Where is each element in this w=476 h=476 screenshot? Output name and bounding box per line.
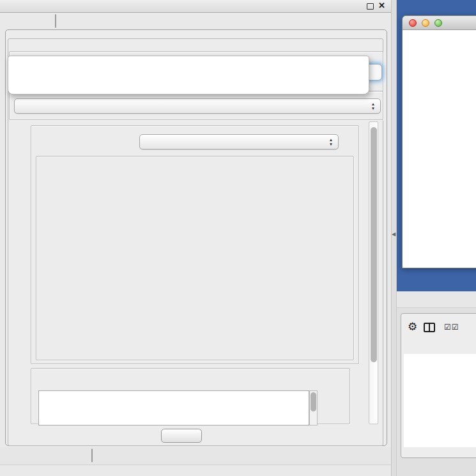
apply-button[interactable] — [161, 429, 202, 443]
algorithm-dropdown-popup — [8, 56, 369, 95]
table-data-combobox[interactable]: ▲▼ — [14, 98, 381, 114]
thresholds-groupbox — [36, 156, 354, 360]
num-intervals-combobox[interactable]: ▲▼ — [139, 134, 339, 150]
float-window-icon[interactable] — [367, 3, 374, 10]
control-panel: ✕ ▲▼ ▲▼ — [0, 0, 391, 476]
vertical-scrollbar[interactable] — [369, 121, 378, 424]
table-panel: ⚙ ☑☑ — [397, 308, 476, 476]
control-panel-titlebar: ✕ — [0, 0, 391, 13]
bottom-tab-bar — [91, 449, 93, 463]
close-traffic-light[interactable] — [409, 19, 417, 27]
combo-stepper-icon: ▲▼ — [326, 137, 338, 146]
network-window — [402, 15, 476, 268]
close-icon[interactable]: ✕ — [378, 1, 385, 10]
select-columns-icon[interactable]: ☑☑ — [444, 323, 459, 332]
divider-collapse-icon[interactable]: ◀ — [392, 231, 395, 237]
minimize-traffic-light[interactable] — [422, 19, 429, 27]
network-canvas[interactable] — [403, 30, 476, 268]
bottom-tab-strip — [0, 447, 391, 465]
top-tab-bar — [55, 14, 56, 28]
zoom-traffic-light[interactable] — [434, 19, 442, 27]
gear-icon[interactable]: ⚙ — [408, 321, 417, 332]
vertical-scrollbar-thumb[interactable] — [371, 127, 377, 362]
table-panel-titlebar — [397, 291, 476, 308]
combo-stepper-icon: ▲▼ — [369, 102, 380, 111]
table-header-row — [404, 343, 476, 354]
node-table-container: ⚙ ☑☑ — [401, 313, 476, 458]
network-window-titlebar[interactable] — [403, 16, 476, 30]
attributes-list-scrollbar-thumb[interactable] — [311, 392, 316, 411]
numerical-attributes-list — [38, 390, 309, 426]
table-rows — [404, 354, 476, 447]
split-view-icon[interactable] — [424, 323, 435, 332]
attributes-list-scrollbar[interactable] — [309, 390, 318, 426]
panel-divider[interactable] — [391, 0, 397, 476]
